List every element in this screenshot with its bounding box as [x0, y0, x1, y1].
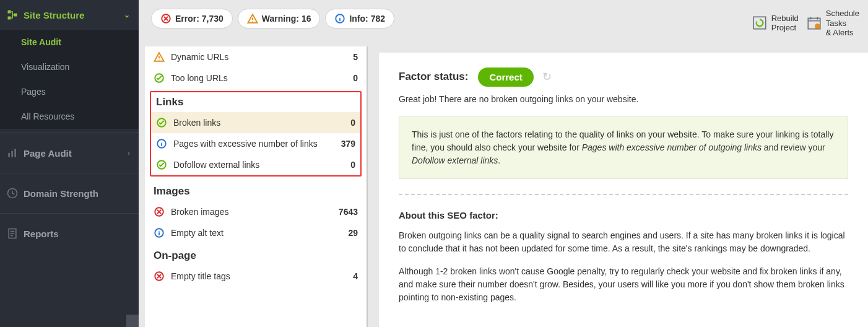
factor-label: Empty alt text — [171, 228, 348, 238]
factor-value: 5 — [353, 52, 358, 62]
svg-rect-4 — [11, 151, 13, 157]
svg-rect-0 — [8, 11, 11, 14]
error-icon — [160, 13, 171, 24]
sidebar-label: Reports — [24, 229, 59, 239]
warning-label: Warning: — [262, 14, 299, 24]
schedule-label: Schedule Tasks & Alerts — [826, 9, 859, 38]
error-pill[interactable]: Error: 7,730 — [151, 9, 233, 28]
warning-pill[interactable]: Warning: 16 — [238, 9, 321, 28]
factor-label: Broken links — [173, 118, 350, 128]
factor-label: Broken images — [171, 207, 339, 217]
factor-row[interactable]: Too long URLs0 — [145, 68, 367, 89]
divider — [399, 194, 848, 195]
factor-label: Dynamic URLs — [171, 52, 353, 62]
rebuild-label: Rebuild Project — [771, 14, 799, 33]
sidebar-item-all-resources[interactable]: All Resources — [0, 104, 139, 129]
factor-row[interactable]: Broken links0 — [151, 112, 360, 133]
check-circle-icon — [156, 159, 167, 170]
check-circle-icon — [154, 72, 165, 84]
factor-status-label: Factor status: — [399, 71, 468, 83]
svg-rect-10 — [753, 17, 766, 30]
factor-row[interactable]: Broken images7643 — [145, 201, 367, 222]
sidebar-item-site-audit[interactable]: Site Audit — [0, 30, 139, 54]
error-count: 7,730 — [202, 14, 224, 24]
status-description: Great job! There are no broken outgoing … — [399, 94, 848, 104]
refresh-icon[interactable]: ↻ — [542, 70, 552, 84]
sidebar-item-domain-strength[interactable]: Domain Strength — [0, 177, 139, 209]
svg-rect-5 — [14, 149, 16, 157]
onpage-header: On-page — [145, 243, 367, 266]
factor-value: 379 — [341, 139, 355, 149]
info-count: 782 — [371, 14, 385, 24]
warning-icon — [247, 13, 258, 24]
check-circle-icon — [156, 117, 167, 128]
factor-row[interactable]: Dofollow external links0 — [151, 154, 360, 175]
page-audit-icon — [6, 147, 19, 159]
factor-label: Too long URLs — [171, 73, 353, 83]
toolbar: Error: 7,730 Warning: 16 Info: 782 Rebui… — [139, 0, 868, 46]
error-circle-icon — [154, 206, 165, 217]
sidebar-header-site-structure[interactable]: Site Structure ⌄ — [0, 0, 139, 30]
factors-column: Dynamic URLs5Too long URLs0 Links Broken… — [145, 46, 368, 327]
factor-row[interactable]: Pages with excessive number of links379 — [151, 133, 360, 154]
detail-column: Factor status: Correct ↻ Great job! Ther… — [379, 53, 868, 327]
about-paragraph: Although 1-2 broken links won't cause Go… — [399, 265, 848, 304]
main-area: Error: 7,730 Warning: 16 Info: 782 Rebui… — [139, 0, 868, 327]
chevron-right-icon: › — [128, 149, 130, 157]
sidebar-label: Page Audit — [24, 148, 72, 159]
factor-row[interactable]: Empty alt text29 — [145, 222, 367, 243]
about-paragraph: Broken outgoing links can be a quality s… — [399, 229, 848, 255]
rebuild-icon — [752, 15, 768, 31]
factor-value: 0 — [353, 73, 358, 83]
images-header: Images — [145, 179, 367, 201]
sidebar-label: Domain Strength — [24, 188, 98, 199]
sidebar-item-pages[interactable]: Pages — [0, 79, 139, 104]
sidebar-item-visualization[interactable]: Visualization — [0, 54, 139, 79]
sidebar-header-label: Site Structure — [24, 10, 84, 20]
factor-value: 4 — [353, 271, 358, 281]
sidebar: Site Structure ⌄ Site Audit Visualizatio… — [0, 0, 139, 327]
schedule-tasks-button[interactable]: Schedule Tasks & Alerts — [806, 9, 859, 38]
warning-count: 16 — [302, 14, 311, 24]
svg-rect-1 — [8, 17, 11, 20]
error-label: Error: — [175, 14, 199, 24]
note-link-1[interactable]: Pages with excessive number of outgoing … — [582, 142, 762, 152]
factor-value: 29 — [348, 228, 358, 238]
site-structure-icon — [6, 9, 19, 21]
domain-strength-icon — [6, 187, 19, 199]
chevron-down-icon: ⌄ — [124, 11, 130, 19]
factor-status-badge: Correct — [478, 68, 533, 87]
factor-label: Dofollow external links — [173, 160, 350, 170]
svg-point-12 — [815, 24, 820, 29]
info-icon — [334, 13, 345, 24]
error-circle-icon — [154, 271, 165, 282]
info-pill[interactable]: Info: 782 — [325, 9, 394, 28]
factor-row[interactable]: Dynamic URLs5 — [145, 46, 367, 68]
factor-label: Pages with excessive number of links — [173, 139, 341, 149]
factor-label: Empty title tags — [171, 271, 353, 281]
schedule-icon — [806, 15, 822, 31]
sidebar-collapse-tab[interactable] — [126, 315, 139, 327]
factor-row[interactable]: Empty title tags4 — [145, 266, 367, 287]
info-label: Info: — [349, 14, 368, 24]
rebuild-project-button[interactable]: Rebuild Project — [752, 9, 799, 38]
links-header: Links — [151, 92, 360, 112]
reports-icon — [6, 227, 19, 240]
info-circle-icon — [156, 138, 167, 149]
svg-rect-2 — [14, 14, 17, 17]
sidebar-item-page-audit[interactable]: Page Audit › — [0, 137, 139, 169]
links-section-highlight: Links Broken links0Pages with excessive … — [150, 91, 362, 177]
about-header: About this SEO factor: — [399, 210, 848, 220]
info-note: This is just one of the factors relating… — [399, 116, 848, 179]
content: Dynamic URLs5Too long URLs0 Links Broken… — [139, 46, 868, 327]
info-circle-icon — [154, 227, 165, 238]
svg-rect-3 — [8, 153, 10, 157]
factor-value: 0 — [350, 160, 355, 170]
factor-value: 0 — [350, 118, 355, 128]
note-link-2[interactable]: Dofollow external links — [412, 155, 498, 165]
sidebar-item-reports[interactable]: Reports — [0, 217, 139, 250]
warning-triangle-icon — [154, 51, 165, 63]
factor-value: 7643 — [339, 207, 358, 217]
